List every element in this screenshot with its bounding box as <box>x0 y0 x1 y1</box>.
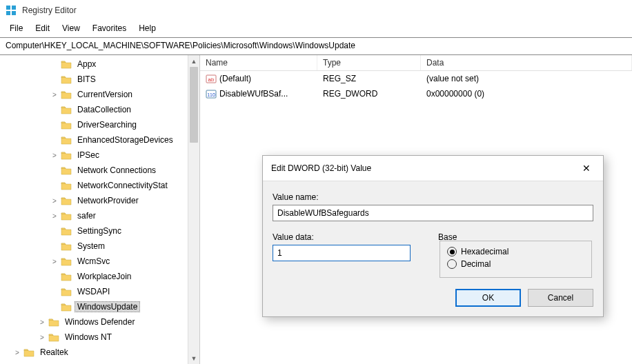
menu-bar: File Edit View Favorites Help <box>0 21 632 38</box>
registry-tree[interactable]: AppxBITS>CurrentVersionDataCollectionDri… <box>0 57 199 360</box>
address-path: Computer\HKEY_LOCAL_MACHINE\SOFTWARE\Pol… <box>6 41 355 50</box>
tree-item[interactable]: >Windows NT <box>0 330 199 345</box>
tree-item-label: safer <box>75 210 99 221</box>
tree-item[interactable]: System <box>0 239 199 254</box>
folder-icon <box>61 135 72 145</box>
dword-value-icon: 110 <box>206 88 217 99</box>
tree-item-label: WSDAPI <box>75 286 112 297</box>
col-header-type[interactable]: Type <box>317 55 421 70</box>
chevron-right-icon[interactable]: > <box>12 349 22 356</box>
values-header: Name Type Data <box>200 55 632 71</box>
value-name: (Default) <box>219 74 251 83</box>
values-list[interactable]: ab(Default)REG_SZ(value not set)110Disab… <box>200 71 632 101</box>
chevron-right-icon[interactable]: > <box>50 258 59 265</box>
value-data-label: Value data: <box>273 232 411 242</box>
tree-item[interactable]: >CurrentVersion <box>0 87 199 102</box>
svg-text:ab: ab <box>208 77 215 83</box>
tree-item[interactable]: DataCollection <box>0 102 199 117</box>
tree-item[interactable]: >Realtek <box>0 345 199 360</box>
menu-help[interactable]: Help <box>133 22 161 34</box>
tree-item[interactable]: DriverSearching <box>0 117 199 132</box>
tree-item-label: Appx <box>75 59 99 70</box>
address-bar[interactable]: Computer\HKEY_LOCAL_MACHINE\SOFTWARE\Pol… <box>0 38 632 55</box>
tree-item-label: System <box>75 241 108 252</box>
tree-item[interactable]: NetworkConnectivityStat <box>0 178 199 193</box>
folder-icon <box>61 226 72 236</box>
dialog-title: Edit DWORD (32-bit) Value <box>271 163 371 173</box>
tree-item[interactable]: EnhancedStorageDevices <box>0 132 199 148</box>
scroll-up-arrow[interactable]: ▲ <box>188 55 199 67</box>
tree-item[interactable]: >safer <box>0 208 199 223</box>
folder-icon <box>48 317 59 327</box>
value-row[interactable]: 110DisableWUfBSaf...REG_DWORD0x00000000 … <box>200 86 632 101</box>
tree-item[interactable]: WorkplaceJoin <box>0 269 199 284</box>
menu-file[interactable]: File <box>4 22 28 34</box>
tree-item[interactable]: BITS <box>0 72 199 87</box>
folder-icon <box>23 347 34 357</box>
tree-item-label: CurrentVersion <box>75 89 135 100</box>
tree-item[interactable]: WindowsUpdate <box>0 299 199 314</box>
chevron-right-icon[interactable]: > <box>50 197 59 205</box>
tree-item-label: NetworkProvider <box>75 195 141 206</box>
tree-item[interactable]: Appx <box>0 57 199 72</box>
col-header-data[interactable]: Data <box>421 55 632 70</box>
value-type: REG_SZ <box>317 72 421 85</box>
chevron-right-icon[interactable]: > <box>50 152 59 159</box>
tree-item[interactable]: Network Connections <box>0 163 199 178</box>
folder-icon <box>61 150 72 160</box>
tree-item-label: Network Connections <box>75 165 159 176</box>
tree-item-label: IPSec <box>75 150 102 161</box>
tree-item-label: WindowsUpdate <box>75 301 140 312</box>
folder-icon <box>61 165 72 175</box>
regedit-icon <box>6 5 17 16</box>
tree-item[interactable]: WSDAPI <box>0 284 199 299</box>
tree-item[interactable]: >Windows Defender <box>0 314 199 330</box>
radio-dec-label: Decimal <box>461 259 491 269</box>
menu-edit[interactable]: Edit <box>30 22 55 34</box>
value-data-field[interactable] <box>273 245 411 261</box>
folder-icon <box>61 196 72 205</box>
tree-item[interactable]: >NetworkProvider <box>0 193 199 208</box>
value-name-field[interactable] <box>273 205 593 221</box>
tree-item[interactable]: >IPSec <box>0 148 199 163</box>
folder-icon <box>61 59 72 69</box>
folder-icon <box>61 272 72 281</box>
value-data: 0x00000000 (0) <box>421 88 632 100</box>
tree-item[interactable]: >WcmSvc <box>0 254 199 269</box>
radio-hexadecimal[interactable]: Hexadecimal <box>447 247 584 256</box>
chevron-right-icon[interactable]: > <box>37 318 47 326</box>
string-value-icon: ab <box>206 73 217 84</box>
menu-favorites[interactable]: Favorites <box>87 22 132 34</box>
tree-item-label: SettingSync <box>75 225 124 236</box>
tree-item[interactable]: SettingSync <box>0 223 199 239</box>
svg-rect-2 <box>6 11 10 15</box>
value-row[interactable]: ab(Default)REG_SZ(value not set) <box>200 71 632 86</box>
chevron-right-icon[interactable]: > <box>37 334 47 341</box>
edit-value-dialog: Edit DWORD (32-bit) Value ✕ Value name: … <box>262 155 604 317</box>
folder-icon <box>61 181 72 190</box>
folder-icon <box>61 90 72 99</box>
svg-text:110: 110 <box>207 92 215 97</box>
folder-icon <box>61 105 72 114</box>
cancel-button[interactable]: Cancel <box>528 289 593 307</box>
folder-icon <box>61 120 72 130</box>
menu-view[interactable]: View <box>57 22 86 34</box>
value-name-label: Value name: <box>273 192 593 202</box>
radio-decimal[interactable]: Decimal <box>447 259 584 269</box>
dialog-titlebar[interactable]: Edit DWORD (32-bit) Value ✕ <box>263 156 603 181</box>
ok-button[interactable]: OK <box>455 289 521 307</box>
col-header-name[interactable]: Name <box>200 55 317 70</box>
radio-icon <box>447 259 457 269</box>
folder-icon <box>61 241 72 251</box>
tree-item-label: DataCollection <box>75 104 134 115</box>
chevron-right-icon[interactable]: > <box>50 212 59 220</box>
chevron-right-icon[interactable]: > <box>50 91 59 99</box>
folder-icon <box>61 302 72 312</box>
tree-scrollbar[interactable]: ▲ ▼ <box>188 55 199 364</box>
tree-pane: AppxBITS>CurrentVersionDataCollectionDri… <box>0 55 200 364</box>
scroll-down-arrow[interactable]: ▼ <box>188 352 199 364</box>
svg-rect-1 <box>12 6 16 10</box>
scroll-thumb[interactable] <box>190 67 198 143</box>
close-icon[interactable]: ✕ <box>577 161 596 175</box>
value-type: REG_DWORD <box>317 88 421 100</box>
